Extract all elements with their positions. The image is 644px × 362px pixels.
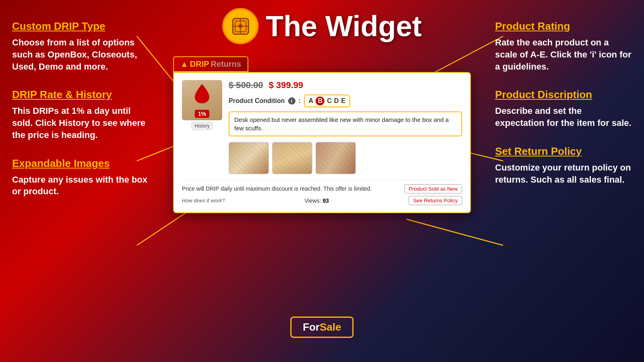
custom-drip-title: Custom DRIP Type [12, 20, 149, 33]
sale-text: Sale [320, 321, 341, 333]
feature-custom-drip: Custom DRIP Type Choose from a list of o… [12, 20, 149, 72]
product-footer: Price will DRIP daily until maximum disc… [182, 180, 462, 205]
condition-d[interactable]: D [334, 97, 339, 105]
drip-rate-badge: 1% [195, 110, 209, 118]
svg-point-10 [238, 24, 242, 28]
for-sale-inner: For Sale [290, 317, 353, 338]
product-image-2[interactable] [272, 142, 312, 174]
drip-returns-bar: ▲ DRIP Returns [173, 56, 248, 72]
history-label[interactable]: History [192, 122, 212, 130]
custom-drip-desc: Choose from a list of options such as Op… [12, 37, 149, 72]
price-row: $ 500.00 $ 399.99 [229, 80, 462, 90]
feature-product-rating: Product Rating Rate the each product on … [495, 20, 632, 72]
feature-return-policy: Set Return Policy Customize your return … [495, 145, 632, 186]
returns-btn-policy: Returns Policy [424, 197, 458, 204]
product-rating-title: Product Rating [495, 20, 632, 33]
colon: : [299, 97, 301, 105]
condition-label: Product Condition [229, 97, 285, 105]
views-label: Views: [305, 197, 321, 204]
product-top: 1% History $ 500.00 $ 399.99 Product Con… [182, 80, 462, 136]
center-header: The Widget [222, 8, 421, 44]
product-images-row [229, 142, 462, 174]
feature-product-desc: Product Discription Describe and set the… [495, 88, 632, 129]
for-text: For [303, 321, 320, 333]
for-sale-badge: For Sale [290, 317, 353, 338]
return-policy-title: Set Return Policy [495, 145, 632, 158]
condition-c[interactable]: C [327, 97, 332, 105]
feature-expandable-images: Expandable Images Capture any issues wit… [12, 157, 149, 198]
drip-logo-drip: DRIP [190, 60, 209, 69]
condition-e[interactable]: E [341, 97, 346, 105]
sold-as-new-button[interactable]: Product Sold as New [405, 184, 462, 193]
condition-options: A B C D E [304, 95, 350, 107]
drip-logo-triangle: ▲ [180, 60, 188, 69]
views-text: Views: 93 [305, 197, 329, 204]
product-desc-title: Product Discription [495, 88, 632, 101]
expandable-images-title: Expandable Images [12, 157, 149, 170]
widget-icon-svg [229, 15, 252, 37]
feature-drip-rate: DRIP Rate & History This DRIPs at 1% a d… [12, 88, 149, 141]
svg-line-5 [407, 219, 503, 245]
expandable-images-desc: Capture any issues with the box or produ… [12, 174, 149, 197]
drip-rate-desc: This DRIPs at 1% a day until sold. Click… [12, 105, 149, 141]
product-image-1[interactable] [229, 142, 269, 174]
footer-row1: Price will DRIP daily until maximum disc… [182, 184, 462, 193]
footer-row2: How does it work? Views: 93 See Returns … [182, 196, 462, 205]
product-thumbnail: 1% [182, 80, 222, 120]
product-info: $ 500.00 $ 399.99 Product Condition i : … [229, 80, 462, 136]
condition-row: Product Condition i : A B C D E [229, 95, 462, 107]
left-panel: Custom DRIP Type Choose from a list of o… [12, 20, 149, 214]
return-policy-desc: Customize your return policy on returns.… [495, 162, 632, 185]
drip-logo-returns: Returns [211, 60, 242, 69]
product-desc-body: Describe and set the expectation for the… [495, 105, 632, 129]
product-rating-desc: Rate the each product on a scale of A-E.… [495, 37, 632, 72]
right-panel: Product Rating Rate the each product on … [495, 20, 632, 202]
widget-title: The Widget [266, 10, 421, 43]
sale-price: $ 399.99 [269, 80, 303, 90]
widget-preview: ▲ DRIP Returns 1% History [173, 56, 471, 213]
drip-rate-title: DRIP Rate & History [12, 88, 149, 101]
original-price: $ 500.00 [229, 80, 263, 90]
returns-btn-see: See [413, 197, 424, 204]
how-link-text: How does it work? [182, 197, 225, 204]
product-card: 1% History $ 500.00 $ 399.99 Product Con… [173, 72, 471, 213]
how-link[interactable]: How does it work? [182, 197, 225, 204]
condition-a[interactable]: A [309, 97, 314, 105]
drip-drop-icon [194, 83, 210, 104]
info-icon[interactable]: i [288, 97, 295, 105]
product-image-3[interactable] [316, 142, 356, 174]
condition-b[interactable]: B [316, 97, 324, 105]
footer-drip-text: Price will DRIP daily until maximum disc… [182, 185, 372, 192]
see-returns-policy-button[interactable]: See Returns Policy [409, 196, 462, 205]
views-count: 93 [322, 197, 329, 204]
product-description-box: Desk opened but never assembled like new… [229, 111, 462, 136]
widget-icon [222, 8, 258, 44]
